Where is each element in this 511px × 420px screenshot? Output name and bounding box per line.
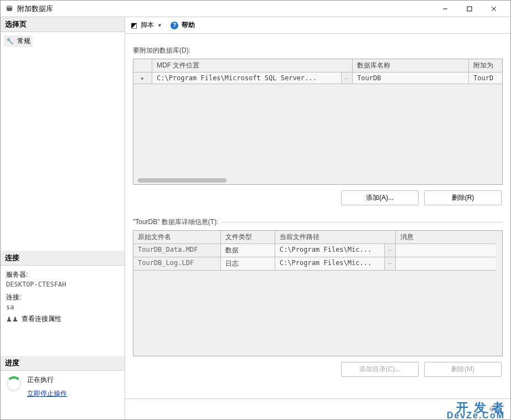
progress-header: 进度 [1,356,125,371]
content-area: 要附加的数据库(D): MDF 文件位置 数据库名称 附加为 ▸ C:\Prog… [125,34,510,398]
chevron-down-icon[interactable]: ▼ [157,23,162,28]
ok-button[interactable]: 确定 [489,405,503,414]
view-connection-properties[interactable]: ♟♟ 查看连接属性 [6,314,119,324]
grid2-buttons: 添加目录(C)... 删除(M) [133,356,503,382]
horizontal-scrollbar[interactable] [133,177,502,184]
col-db-name: 数据库名称 [353,59,469,72]
window-title: 附加数据库 [17,4,433,14]
people-icon: ♟♟ [6,315,18,323]
window-controls [433,1,506,17]
col-mdf-location: MDF 文件位置 [152,59,353,72]
server-label: 服务器: [6,270,119,279]
cell-filename: TourDB_Log.LDF [133,257,221,271]
databases-to-attach-label: 要附加的数据库(D): [133,46,503,55]
main-panel: ◩ 脚本 ▼ · ? 帮助 要附加的数据库(D): MDF 文件位置 数据库名称… [125,17,510,419]
page-list: 🔧 常规 [1,32,125,50]
sidebar-item-general[interactable]: 🔧 常规 [4,35,33,47]
cell-filename: TourDB_Data.MDF [133,244,221,257]
minimize-button[interactable] [433,1,457,17]
maximize-button[interactable] [457,1,482,17]
add-button[interactable]: 添加(A)... [341,190,419,205]
connection-header: 连接 [1,251,125,266]
dialog-body: 选择页 🔧 常规 连接 服务器: DESKTOP-CTESFAH 连接: sa … [1,17,510,419]
cell-message [396,257,495,271]
toolbar: ◩ 脚本 ▼ · ? 帮助 [125,17,510,34]
stop-operation-link[interactable]: 立即停止操作 [27,389,67,398]
scrollbar-thumb[interactable] [138,178,226,183]
col-message: 消息 [396,231,495,244]
row-indicator-icon: ▸ [133,72,152,84]
add-catalog-button[interactable]: 添加目录(C)... [341,362,419,377]
connection-section: 服务器: DESKTOP-CTESFAH 连接: sa ♟♟ 查看连接属性 [1,266,125,328]
col-file-type: 文件类型 [221,231,275,244]
col-current-path: 当前文件路径 [275,231,396,244]
connection-label: 连接: [6,293,119,302]
cell-mdf-path[interactable]: C:\Program Files\Microsoft SQL Server... [152,72,342,84]
server-value: DESKTOP-CTESFAH [6,281,119,288]
col-original-filename: 原始文件名 [133,231,221,244]
remove-detail-button[interactable]: 删除(M) [424,362,502,377]
browse-mdf-button[interactable]: .. [342,72,353,84]
browse-path-button[interactable]: .. [385,257,396,271]
help-button[interactable]: 帮助 [182,20,195,30]
view-conn-props-label: 查看连接属性 [22,314,61,324]
table-header: MDF 文件位置 数据库名称 附加为 [133,59,502,72]
attach-database-dialog: 附加数据库 选择页 🔧 常规 连接 服务 [0,0,511,420]
svg-point-1 [7,6,12,8]
close-button[interactable] [482,1,506,17]
connection-value: sa [6,303,119,311]
cell-db-name[interactable]: TourDB [353,72,469,84]
table-header: 原始文件名 文件类型 当前文件路径 消息 [133,231,502,244]
cell-attach-as[interactable]: TourD [469,72,502,84]
remove-button[interactable]: 删除(R) [424,190,502,205]
cell-path[interactable]: C:\Program Files\Mic... [275,244,385,257]
dialog-footer: 确定 [125,398,510,419]
db-details-label: "TourDB" 数据库详细信息(T): [133,217,503,227]
table-row[interactable]: TourDB_Data.MDF 数据 C:\Program Files\Mic.… [133,244,502,257]
cell-filetype: 数据 [221,244,275,257]
details-grid[interactable]: 原始文件名 文件类型 当前文件路径 消息 TourDB_Data.MDF 数据 … [133,230,503,356]
progress-section: 正在执行 立即停止操作 [1,371,125,403]
table-row[interactable]: ▸ C:\Program Files\Microsoft SQL Server.… [133,72,502,84]
database-icon [5,4,14,13]
browse-path-button[interactable]: .. [385,244,396,257]
spinner-icon [6,376,22,392]
cell-message [396,244,495,257]
titlebar: 附加数据库 [1,1,510,17]
help-icon: ? [171,22,178,29]
script-button[interactable]: 脚本 [141,20,154,30]
cell-filetype: 日志 [221,257,275,271]
cell-path[interactable]: C:\Program Files\Mic... [275,257,385,271]
table-row[interactable]: TourDB_Log.LDF 日志 C:\Program Files\Mic..… [133,257,502,271]
progress-status: 正在执行 [27,375,67,385]
sidebar: 选择页 🔧 常规 连接 服务器: DESKTOP-CTESFAH 连接: sa … [1,17,125,419]
svg-rect-3 [467,7,472,11]
databases-grid[interactable]: MDF 文件位置 数据库名称 附加为 ▸ C:\Program Files\Mi… [133,59,503,185]
select-page-header: 选择页 [1,17,125,32]
grid1-buttons: 添加(A)... 删除(R) [133,185,503,211]
col-attach-as: 附加为 [469,59,502,72]
script-icon: ◩ [131,21,137,29]
wrench-icon: 🔧 [6,38,14,45]
sidebar-item-label: 常规 [17,37,30,46]
